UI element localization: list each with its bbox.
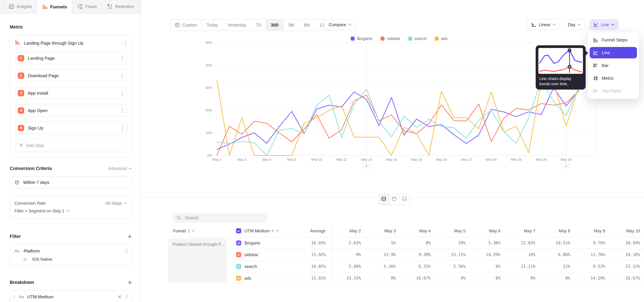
- legend-item-ads[interactable]: ads: [435, 36, 448, 41]
- tab-funnels[interactable]: Funnels: [37, 0, 72, 14]
- step-kebab-menu-icon[interactable]: [121, 125, 124, 131]
- cell-search-may-6: 0%: [471, 260, 506, 272]
- column-header-may-4[interactable]: May 4: [401, 225, 436, 237]
- date-range-3m[interactable]: 3M: [284, 20, 299, 30]
- column-header-may-9[interactable]: May 9: [576, 225, 610, 237]
- scale-select-button[interactable]: Linear: [527, 19, 560, 30]
- conversion-window-button[interactable]: Within 7 days: [10, 176, 132, 188]
- add-filter-button[interactable]: [128, 234, 132, 238]
- step-kebab-menu-icon[interactable]: [121, 90, 124, 96]
- column-header-may-10[interactable]: May 10: [610, 225, 644, 237]
- layout-table-view-button[interactable]: [400, 194, 410, 205]
- column-header-average[interactable]: Average: [296, 225, 332, 237]
- series-line-search: [217, 80, 578, 155]
- tab-retention[interactable]: Retention: [102, 0, 139, 13]
- menu-item-bar[interactable]: Bar: [590, 60, 637, 71]
- column-header-may-6[interactable]: May 6: [471, 225, 506, 237]
- cell-organic-may-3: 5%: [366, 237, 401, 249]
- breakdown-kebab-menu-icon[interactable]: [126, 294, 128, 300]
- bar-chart-icon: [593, 63, 598, 68]
- menu-item-line[interactable]: Line: [590, 47, 637, 58]
- granularity-select-button[interactable]: Day: [564, 19, 585, 30]
- column-header-may-8[interactable]: May 8: [541, 225, 576, 237]
- breakdown-property-label: UTM Medium: [27, 294, 114, 300]
- cell-search-average: 14.85%: [296, 260, 332, 272]
- chart-type-select-button[interactable]: Line: [589, 19, 619, 30]
- svg-text:May 16: May 16: [386, 158, 397, 162]
- advanced-toggle[interactable]: Advanced: [108, 166, 132, 171]
- filter-kebab-menu-icon[interactable]: [126, 248, 128, 254]
- linear-axes-icon: [531, 22, 536, 27]
- menu-item-funnel-steps[interactable]: Funnel Steps: [590, 34, 637, 46]
- breakdown-utm-card[interactable]: Aa UTM Medium: [10, 290, 132, 302]
- legend-item-search[interactable]: search: [408, 36, 427, 41]
- svg-text:30%: 30%: [206, 86, 212, 90]
- date-range-7d[interactable]: 7D: [251, 20, 266, 30]
- filter-segment-toggle[interactable]: Filter + Segment on Step 1: [14, 208, 70, 214]
- drag-handle-icon[interactable]: [13, 295, 16, 299]
- tab-insights[interactable]: Insights: [3, 0, 37, 13]
- funnel-kebab-menu-icon[interactable]: [124, 40, 127, 46]
- funnel-step-landing-page[interactable]: 1Landing Page: [15, 52, 127, 64]
- filter-value[interactable]: iOS Native: [32, 257, 52, 262]
- funnel-step-download-page[interactable]: 2Download Page: [15, 70, 127, 82]
- conversion-rate-select[interactable]: All Steps: [106, 201, 127, 206]
- funnel-step-app-install[interactable]: 3App Install: [15, 87, 127, 99]
- select-all-checkbox[interactable]: [236, 228, 241, 234]
- svg-text:May 22: May 22: [461, 158, 472, 162]
- chevron-down-icon: [348, 24, 351, 26]
- cell-ads-may-7: 0%: [506, 272, 541, 284]
- svg-text:May 2: May 2: [212, 158, 221, 162]
- cell-sidebar-may-7: 10%: [506, 249, 541, 260]
- compare-button[interactable]: Compare: [324, 19, 356, 30]
- layout-split-view-button[interactable]: [379, 194, 389, 205]
- add-step-button[interactable]: Add Step: [15, 140, 127, 152]
- row-checkbox-organic[interactable]: [236, 240, 241, 246]
- row-checkbox-ads[interactable]: [236, 276, 241, 281]
- layout-chart-view-button[interactable]: [389, 194, 400, 205]
- cell-organic-may-9: 9.76%: [576, 237, 610, 249]
- cell-ads-average: 13.91%: [296, 272, 332, 284]
- funnel-column-header[interactable]: Funnel1: [168, 225, 230, 237]
- column-header-may-3[interactable]: May 3: [366, 225, 401, 237]
- chevron-down-icon: [192, 230, 195, 232]
- clock-icon: [14, 180, 20, 185]
- funnel-metric-icon: [15, 40, 20, 46]
- row-checkbox-search[interactable]: [236, 264, 241, 269]
- svg-text:May 26: May 26: [511, 158, 522, 162]
- step-kebab-menu-icon[interactable]: [121, 55, 124, 62]
- legend-item-organic[interactable]: $organic: [351, 36, 372, 41]
- column-header-may-2[interactable]: May 2: [332, 225, 366, 237]
- date-range-30d[interactable]: 30D: [266, 20, 284, 30]
- line-chart-icon: [593, 50, 598, 55]
- funnel-step-app-open[interactable]: 4App Open: [15, 104, 127, 116]
- step-kebab-menu-icon[interactable]: [121, 72, 124, 79]
- svg-text:50%: 50%: [206, 41, 212, 44]
- svg-text:20%: 20%: [206, 108, 212, 112]
- funnel-step-sign-up[interactable]: 5Sign Up: [15, 122, 127, 134]
- legend-swatch: [408, 36, 412, 40]
- row-checkbox-sidebar[interactable]: [236, 252, 241, 257]
- chart-view-icon: [392, 196, 397, 203]
- svg-text:May 6: May 6: [262, 158, 271, 162]
- step-number-badge: 3: [18, 90, 24, 96]
- date-range-custom[interactable]: Custom: [170, 20, 202, 30]
- tab-flows[interactable]: Flows: [72, 0, 102, 13]
- date-range-6m[interactable]: 6M: [299, 20, 315, 30]
- filter-operator[interactable]: Is: [24, 257, 27, 262]
- date-range-today[interactable]: Today: [202, 20, 223, 30]
- step-kebab-menu-icon[interactable]: [121, 108, 124, 114]
- chart-legend: $organicsidebarsearchads: [181, 36, 617, 41]
- breakdown-column-header[interactable]: UTM Medium4: [230, 225, 296, 237]
- search-input[interactable]: [184, 215, 264, 221]
- add-breakdown-button[interactable]: [128, 280, 132, 284]
- menu-item-metric[interactable]: Metric: [590, 72, 637, 84]
- column-header-may-7[interactable]: May 7: [506, 225, 541, 237]
- menu-item-top-paths: Top Paths: [590, 85, 637, 97]
- column-header-may-5[interactable]: May 5: [436, 225, 471, 237]
- filter-platform-card[interactable]: Aa Platform Is iOS Native: [10, 244, 132, 266]
- top-paths-icon: [593, 88, 598, 94]
- legend-item-sidebar[interactable]: sidebar: [380, 36, 400, 41]
- close-icon[interactable]: [117, 294, 122, 299]
- date-range-yesterday[interactable]: Yesterday: [223, 20, 251, 30]
